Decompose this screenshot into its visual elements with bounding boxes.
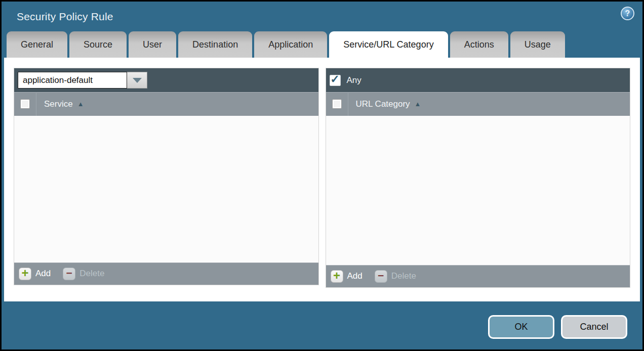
delete-button-label: Delete bbox=[79, 269, 104, 279]
any-checkbox-label[interactable]: Any bbox=[347, 75, 361, 85]
tab-application[interactable]: Application bbox=[254, 31, 327, 58]
ok-button[interactable]: OK bbox=[488, 315, 554, 339]
url-category-add-button[interactable]: + Add bbox=[331, 270, 363, 283]
service-type-dropdown[interactable]: application-default bbox=[18, 72, 147, 89]
service-select-all-cell bbox=[14, 92, 36, 116]
service-select-all-checkbox[interactable] bbox=[20, 99, 30, 109]
url-category-toolbar: ✓ Any bbox=[326, 68, 630, 92]
any-checkbox[interactable]: ✓ bbox=[330, 75, 341, 86]
url-category-delete-button[interactable]: − Delete bbox=[375, 270, 416, 283]
checkmark-icon: ✓ bbox=[330, 74, 339, 85]
url-category-select-all-cell bbox=[326, 92, 348, 116]
service-add-button[interactable]: + Add bbox=[19, 268, 51, 280]
tab-content: application-default Service ▲ + Add bbox=[4, 58, 640, 301]
service-type-dropdown-value[interactable]: application-default bbox=[18, 72, 127, 89]
url-category-column-header-row: URL Category ▲ bbox=[326, 92, 630, 116]
tab-bar: General Source User Destination Applicat… bbox=[2, 31, 642, 58]
tab-actions[interactable]: Actions bbox=[450, 31, 508, 58]
service-list bbox=[14, 116, 318, 262]
service-footer-toolbar: + Add − Delete bbox=[14, 262, 318, 285]
minus-icon: − bbox=[63, 268, 75, 280]
dropdown-button[interactable] bbox=[127, 72, 147, 89]
sort-ascending-icon[interactable]: ▲ bbox=[77, 100, 84, 108]
add-button-label: Add bbox=[35, 269, 51, 279]
service-column-header-row: Service ▲ bbox=[14, 92, 318, 116]
security-policy-rule-dialog: Security Policy Rule ? General Source Us… bbox=[2, 2, 642, 349]
minus-icon: − bbox=[375, 270, 387, 283]
delete-button-label: Delete bbox=[391, 271, 416, 281]
tab-general[interactable]: General bbox=[7, 31, 67, 58]
chevron-down-icon bbox=[133, 78, 142, 83]
add-button-label: Add bbox=[347, 271, 363, 281]
url-category-panel: ✓ Any URL Category ▲ + Add − Delete bbox=[326, 68, 631, 288]
plus-icon: + bbox=[19, 268, 31, 280]
url-category-footer-toolbar: + Add − Delete bbox=[326, 265, 630, 287]
tab-service-url-category[interactable]: Service/URL Category bbox=[329, 31, 448, 58]
url-category-list bbox=[326, 116, 630, 265]
service-toolbar: application-default bbox=[14, 68, 318, 92]
url-category-column-header[interactable]: URL Category bbox=[356, 99, 410, 109]
tab-user[interactable]: User bbox=[129, 31, 176, 58]
help-icon[interactable]: ? bbox=[621, 7, 634, 20]
sort-ascending-icon[interactable]: ▲ bbox=[415, 100, 421, 108]
dialog-action-buttons: OK Cancel bbox=[488, 315, 627, 339]
cancel-button[interactable]: Cancel bbox=[561, 315, 627, 339]
service-column-header[interactable]: Service bbox=[44, 99, 73, 109]
dialog-title: Security Policy Rule bbox=[17, 11, 113, 23]
tab-destination[interactable]: Destination bbox=[178, 31, 252, 58]
service-delete-button[interactable]: − Delete bbox=[63, 268, 104, 280]
service-panel: application-default Service ▲ + Add bbox=[14, 68, 319, 285]
tab-usage[interactable]: Usage bbox=[510, 31, 565, 58]
title-bar: Security Policy Rule ? bbox=[2, 2, 642, 31]
tab-source[interactable]: Source bbox=[69, 31, 127, 58]
plus-icon: + bbox=[331, 270, 343, 283]
url-category-select-all-checkbox[interactable] bbox=[332, 99, 342, 109]
